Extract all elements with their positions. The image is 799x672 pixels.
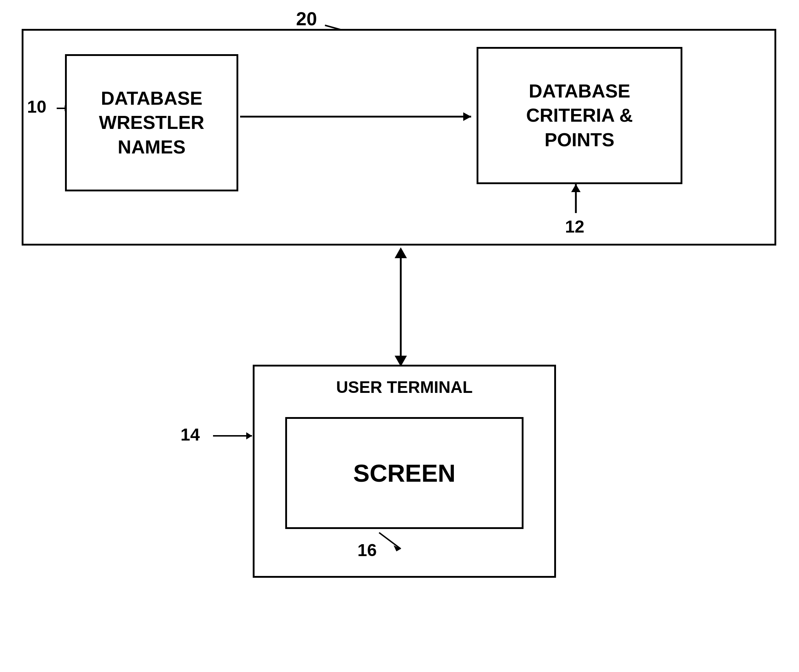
user-terminal-title: USER TERMINAL [271, 378, 538, 397]
criteria-line1: DATABASE [529, 80, 630, 101]
arrow-to-14-svg: 14 [181, 424, 264, 446]
svg-line-16 [379, 533, 401, 549]
wrestler-line3: NAMES [118, 136, 185, 157]
criteria-line2: CRITERIA & [526, 105, 633, 126]
wrestler-box-text: DATABASE WRESTLER NAMES [99, 86, 205, 160]
svg-text:20: 20 [296, 8, 317, 29]
svg-marker-15 [246, 432, 252, 440]
screen-box: SCREEN [285, 417, 524, 529]
svg-marker-7 [463, 112, 471, 121]
arrow-horizontal-svg [240, 107, 478, 126]
wrestler-line2: WRESTLER [99, 112, 205, 133]
label-12: 12 [565, 217, 584, 237]
svg-text:10: 10 [27, 98, 46, 116]
database-wrestler-box: DATABASE WRESTLER NAMES [65, 54, 238, 191]
criteria-box-text: DATABASE CRITERIA & POINTS [526, 79, 633, 152]
database-criteria-box: DATABASE CRITERIA & POINTS [476, 47, 682, 184]
svg-marker-9 [571, 184, 580, 192]
wrestler-line1: DATABASE [101, 88, 202, 109]
arrow-to-16-svg: 16 [358, 525, 422, 558]
arrow-up-criteria-svg [563, 177, 592, 217]
svg-text:16: 16 [358, 541, 377, 558]
criteria-line3: POINTS [545, 129, 615, 150]
svg-text:14: 14 [181, 425, 200, 444]
svg-marker-10 [395, 247, 407, 258]
screen-text: SCREEN [353, 459, 455, 487]
arrow-vertical-double-svg [388, 247, 413, 366]
diagram-container: 20 10 DATABASE WRESTLER NAMES DATABASE C… [0, 0, 799, 672]
